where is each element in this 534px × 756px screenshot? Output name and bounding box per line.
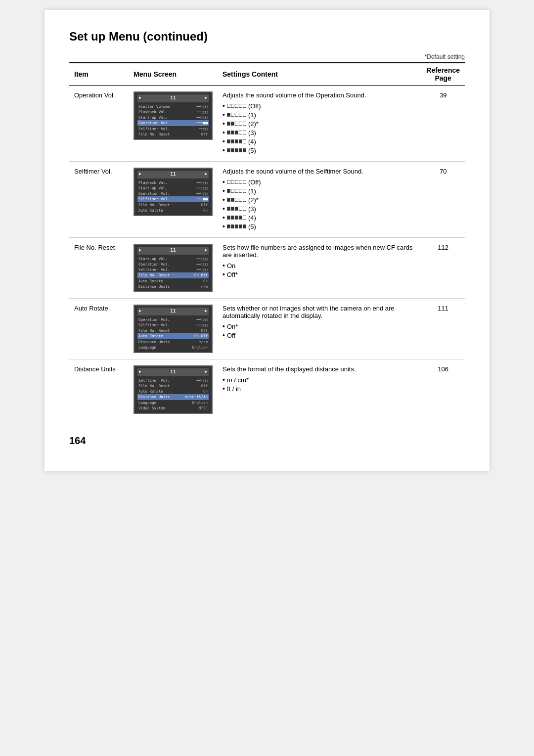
main-table: Item Menu Screen Settings Content Refere… — [69, 62, 465, 420]
item-cell: File No. Reset — [69, 238, 129, 299]
bullet-icon: • — [222, 120, 225, 128]
bullet-icon: • — [222, 196, 225, 204]
menu-row-item: Start-up Vol.━━□□□ — [137, 115, 209, 120]
volume-bars — [227, 180, 246, 184]
page-container: Set up Menu (continued) *Default setting… — [44, 10, 490, 471]
vol-bar — [243, 122, 246, 126]
vol-bar — [243, 104, 246, 108]
option-label: m / cm* — [227, 376, 249, 384]
vol-bar — [239, 148, 242, 152]
vol-bar — [231, 224, 234, 228]
settings-option: • (5) — [222, 222, 416, 230]
settings-option: • On — [222, 262, 416, 269]
vol-bar — [227, 113, 230, 117]
settings-description: Sets whether or not images shot with the… — [222, 305, 416, 319]
table-row: Operation Vol.▶11▶Shutter Volume━━□□□Pla… — [69, 86, 465, 162]
menu-row-item: Selftimer Vol.━━□□□ — [137, 378, 209, 383]
settings-option: • (5) — [222, 146, 416, 154]
vol-bar — [231, 189, 234, 193]
vol-bar — [239, 113, 242, 117]
option-label: (4) — [248, 214, 256, 222]
settings-options-list: • (Off)• (1)• (2)*• (3)• (4)• (5) — [222, 102, 416, 154]
settings-content-cell: Adjusts the sound volume of the Selftime… — [218, 162, 421, 238]
option-label: (2)* — [248, 196, 259, 204]
bullet-icon: • — [222, 146, 225, 154]
vol-bar — [239, 224, 242, 228]
settings-options-list: • (Off)• (1)• (2)*• (3)• (4)• (5) — [222, 178, 416, 230]
settings-option: • Off* — [222, 270, 416, 278]
reference-page-cell: 70 — [421, 162, 465, 238]
vol-bar — [227, 224, 230, 228]
vol-bar — [239, 207, 242, 211]
vol-bar — [235, 207, 238, 211]
vol-bar — [227, 198, 230, 202]
vol-bar — [235, 131, 238, 134]
bullet-icon: • — [222, 262, 225, 269]
page-title: Set up Menu (continued) — [69, 30, 465, 44]
reference-page-cell: 106 — [421, 359, 465, 420]
volume-bars — [227, 207, 246, 211]
vol-bar — [235, 216, 238, 220]
table-row: Auto Rotate▶11▶Operation Vol.━━□□□Selfti… — [69, 299, 465, 359]
volume-bars — [227, 216, 246, 220]
bullet-icon: • — [222, 222, 225, 230]
vol-bar — [227, 180, 230, 184]
menu-row-item: Selftimer Vol.━━□□□ — [137, 267, 209, 272]
bullet-icon: • — [222, 178, 225, 186]
option-label: (4) — [248, 138, 256, 145]
highlighted-menu-row: Distance Unitsm/cm ft/in — [137, 394, 209, 400]
vol-bar — [243, 180, 246, 184]
vol-bar — [231, 148, 234, 152]
reference-page-cell: 111 — [421, 299, 465, 359]
menu-row-item: Playback Vol.━━□□□ — [137, 109, 209, 115]
settings-option: • (4) — [222, 137, 416, 145]
header-menu-screen: Menu Screen — [129, 63, 218, 86]
menu-row-item: File No. ResetOff — [137, 383, 209, 389]
menu-row-item: LanguageEnglish — [137, 400, 209, 405]
vol-bar — [235, 113, 238, 117]
option-label: (2)* — [248, 120, 259, 128]
item-cell: Selftimer Vol. — [69, 162, 129, 238]
vol-bar — [231, 198, 234, 202]
vol-bar — [239, 216, 242, 220]
settings-option: • Off — [222, 331, 416, 339]
volume-bars — [227, 224, 246, 228]
bullet-icon: • — [222, 270, 225, 278]
vol-bar — [243, 148, 246, 152]
vol-bar — [227, 216, 230, 220]
settings-options-list: • m / cm*• ft / in — [222, 376, 416, 393]
table-row: File No. Reset▶11▶Start-up Vol.━━□□□Oper… — [69, 238, 465, 299]
settings-content-cell: Adjusts the sound volume of the Operatio… — [218, 86, 421, 162]
menu-row-item: Distance Unitsm/m — [137, 284, 209, 289]
option-label: (5) — [248, 223, 256, 230]
table-row: Selftimer Vol.▶11▶Playback Vol.━━□□□Star… — [69, 162, 465, 238]
settings-option: • (3) — [222, 129, 416, 136]
volume-bars — [227, 148, 246, 152]
bullet-icon: • — [222, 187, 225, 195]
volume-bars — [227, 189, 246, 193]
vol-bar — [227, 104, 230, 108]
menu-screen-cell: ▶11▶Playback Vol.━━□□□Start-up Vol.━━□□□… — [129, 162, 218, 238]
header-reference-page: ReferencePage — [421, 63, 465, 86]
menu-row-item: Auto RotateOn — [137, 389, 209, 394]
reference-page-cell: 112 — [421, 238, 465, 299]
menu-row-item: Operation Vol.━━□□□ — [137, 191, 209, 196]
vol-bar — [243, 207, 246, 211]
vol-bar — [235, 224, 238, 228]
menu-screen-image: ▶11▶Playback Vol.━━□□□Start-up Vol.━━□□□… — [134, 168, 213, 216]
menu-row-item: File No. ResetOff — [137, 328, 209, 333]
vol-bar — [227, 122, 230, 126]
settings-option: • (2)* — [222, 196, 416, 204]
bullet-icon: • — [222, 205, 225, 213]
item-cell: Operation Vol. — [69, 86, 129, 162]
vol-bar — [235, 148, 238, 152]
volume-bars — [227, 131, 246, 134]
settings-option: • (Off) — [222, 178, 416, 186]
volume-bars — [227, 104, 246, 108]
bullet-icon: • — [222, 111, 225, 119]
settings-option: • (2)* — [222, 120, 416, 128]
vol-bar — [227, 189, 230, 193]
bullet-icon: • — [222, 331, 225, 339]
item-cell: Distance Units — [69, 359, 129, 420]
menu-row-item: Shutter Volume━━□□□ — [137, 104, 209, 109]
